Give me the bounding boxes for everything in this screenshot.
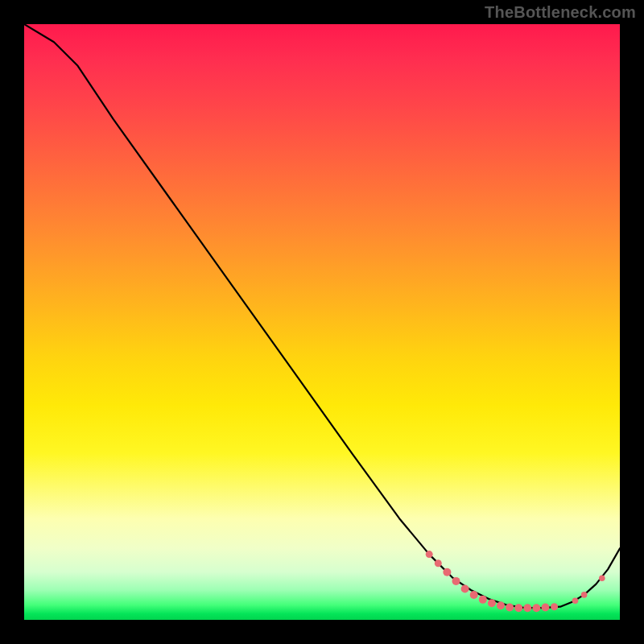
curve-marker-dot: [532, 604, 540, 612]
watermark-text: TheBottleneck.com: [485, 3, 636, 22]
curve-marker-dot: [443, 568, 451, 576]
chart-frame: TheBottleneck.com: [0, 0, 644, 644]
curve-marker-dot: [479, 596, 487, 604]
curve-marker-dot: [470, 591, 478, 599]
curve-marker-dot: [461, 585, 469, 593]
curve-marker-dot: [506, 603, 514, 611]
curve-marker-dot: [514, 604, 522, 612]
chart-svg: [24, 24, 620, 620]
curve-line: [24, 24, 620, 608]
curve-marker-dot: [542, 603, 550, 611]
curve-marker-dot: [572, 598, 579, 605]
curve-marker-dot: [599, 575, 605, 581]
curve-markers: [426, 551, 605, 612]
curve-marker-dot: [426, 551, 433, 558]
curve-marker-dot: [581, 592, 588, 598]
curve-marker-dot: [523, 604, 531, 612]
curve-marker-dot: [435, 559, 442, 567]
curve-marker-dot: [497, 601, 505, 609]
curve-marker-dot: [488, 599, 496, 607]
curve-marker-dot: [452, 577, 460, 585]
curve-marker-dot: [551, 603, 558, 610]
plot-area: [24, 24, 620, 620]
